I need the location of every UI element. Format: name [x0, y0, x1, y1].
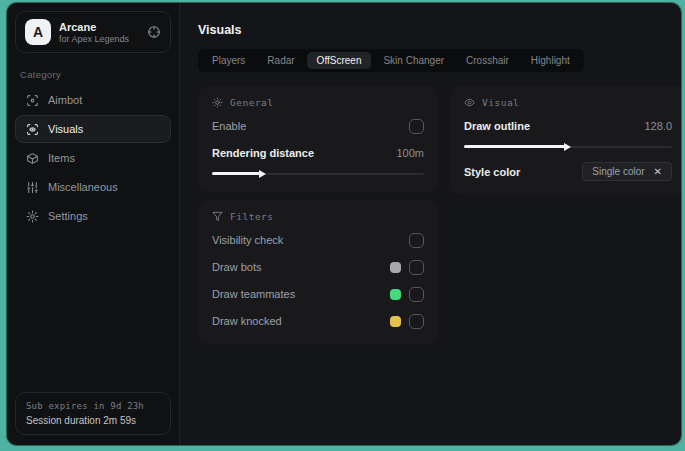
enable-label: Enable — [212, 120, 246, 132]
rendering-distance-label: Rendering distance — [212, 147, 314, 159]
draw-knocked-checkbox[interactable] — [409, 314, 424, 329]
draw-teammates-label: Draw teammates — [212, 288, 295, 300]
slider-thumb[interactable] — [259, 170, 266, 178]
category-label: Category — [20, 69, 166, 80]
draw-bots-row: Draw bots — [212, 258, 424, 276]
draw-knocked-row: Draw knocked — [212, 312, 424, 330]
style-color-label: Style color — [464, 166, 520, 178]
sidebar-item-items[interactable]: Items — [15, 144, 171, 172]
eye-icon — [464, 97, 475, 108]
sidebar-nav: Aimbot Visuals Items — [7, 86, 179, 230]
style-color-value: Single color — [592, 166, 644, 177]
tab-crosshair[interactable]: Crosshair — [456, 52, 519, 69]
slider-thumb[interactable] — [564, 143, 571, 151]
clear-icon[interactable]: ✕ — [654, 167, 662, 177]
crosshair-circle-icon[interactable] — [147, 25, 161, 39]
draw-outline-label: Draw outline — [464, 120, 530, 132]
app-window: A Arcane for Apex Legends Category Aimbo… — [7, 3, 681, 445]
draw-bots-color-swatch[interactable] — [390, 262, 401, 273]
target-scan-icon — [26, 94, 39, 107]
visual-panel: Visual Draw outline 128.0 Style color — [450, 86, 681, 195]
visual-panel-title: Visual — [482, 97, 519, 108]
sidebar-item-miscellaneous[interactable]: Miscellaneous — [15, 173, 171, 201]
filters-panel-header: Filters — [212, 211, 424, 222]
tab-highlight[interactable]: Highlight — [521, 52, 580, 69]
rendering-distance-slider[interactable] — [212, 169, 424, 178]
sidebar-item-aimbot[interactable]: Aimbot — [15, 86, 171, 114]
sidebar-item-label: Miscellaneous — [48, 181, 118, 193]
enable-row: Enable — [212, 117, 424, 135]
app-subtitle: for Apex Legends — [59, 34, 129, 44]
visibility-check-checkbox[interactable] — [409, 233, 424, 248]
funnel-icon — [212, 211, 223, 222]
main-content: Visuals Players Radar OffScreen Skin Cha… — [180, 3, 681, 445]
slider-fill — [464, 145, 566, 148]
tab-bar: Players Radar OffScreen Skin Changer Cro… — [198, 49, 584, 72]
visual-panel-header: Visual — [464, 97, 672, 108]
sidebar: A Arcane for Apex Legends Category Aimbo… — [7, 3, 180, 445]
sidebar-item-label: Aimbot — [48, 94, 82, 106]
tab-radar[interactable]: Radar — [257, 52, 304, 69]
scan-eye-icon — [26, 123, 39, 136]
session-duration-text: Session duration 2m 59s — [26, 415, 160, 426]
subscription-card: Sub expires in 9d 23h Session duration 2… — [15, 392, 171, 435]
draw-bots-label: Draw bots — [212, 261, 262, 273]
rendering-distance-row: Rendering distance 100m — [212, 144, 424, 162]
package-icon — [26, 152, 39, 165]
tab-skin-changer[interactable]: Skin Changer — [373, 52, 454, 69]
visibility-check-label: Visibility check — [212, 234, 283, 246]
sub-expires-text: Sub expires in 9d 23h — [26, 401, 160, 411]
general-panel-header: General — [212, 97, 424, 108]
page-title: Visuals — [198, 23, 681, 37]
draw-outline-value: 128.0 — [644, 120, 672, 132]
sidebar-item-visuals[interactable]: Visuals — [15, 115, 171, 143]
draw-knocked-color-swatch[interactable] — [390, 316, 401, 327]
gear-icon — [26, 210, 39, 223]
general-panel: General Enable Rendering distance 100m — [198, 86, 438, 192]
brand-text: Arcane for Apex Legends — [59, 21, 129, 44]
sun-icon — [212, 97, 223, 108]
app-name: Arcane — [59, 21, 129, 33]
draw-outline-row: Draw outline 128.0 — [464, 117, 672, 135]
draw-bots-checkbox[interactable] — [409, 260, 424, 275]
sidebar-item-label: Visuals — [48, 123, 83, 135]
sidebar-item-label: Settings — [48, 210, 88, 222]
enable-checkbox[interactable] — [409, 119, 424, 134]
style-color-select[interactable]: Single color ✕ — [582, 162, 672, 181]
rendering-distance-value: 100m — [396, 147, 424, 159]
app-logo: A — [25, 19, 51, 45]
sidebar-item-settings[interactable]: Settings — [15, 202, 171, 230]
draw-teammates-checkbox[interactable] — [409, 287, 424, 302]
draw-teammates-row: Draw teammates — [212, 285, 424, 303]
filters-panel-title: Filters — [230, 211, 274, 222]
general-panel-title: General — [230, 97, 274, 108]
tab-players[interactable]: Players — [202, 52, 255, 69]
draw-knocked-label: Draw knocked — [212, 315, 282, 327]
slider-fill — [212, 172, 261, 175]
brand-card: A Arcane for Apex Legends — [15, 11, 171, 53]
draw-teammates-color-swatch[interactable] — [390, 289, 401, 300]
sidebar-item-label: Items — [48, 152, 75, 164]
visibility-check-row: Visibility check — [212, 231, 424, 249]
draw-outline-slider[interactable] — [464, 142, 672, 151]
tab-offscreen[interactable]: OffScreen — [307, 52, 372, 69]
style-color-row: Style color Single color ✕ — [464, 162, 672, 181]
sliders-icon — [26, 181, 39, 194]
filters-panel: Filters Visibility check Draw bots — [198, 200, 438, 344]
